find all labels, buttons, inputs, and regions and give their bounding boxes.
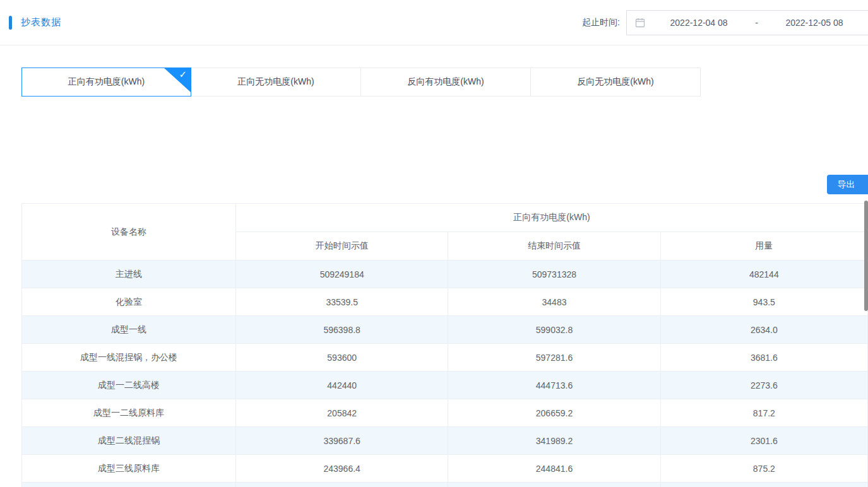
date-range-input[interactable]: 2022-12-04 08 - 2022-12-05 08 (626, 10, 868, 35)
cell-device: 成型一线混捏锅，办公楼 (22, 344, 236, 372)
table-row: 成型一线596398.8599032.82634.0 (22, 316, 868, 344)
cell-end: 244841.6 (448, 455, 660, 483)
meter-data-table: 设备名称 正向有功电度(kWh) 开始时间示值 结束时间示值 用量 主进线509… (21, 203, 868, 487)
start-reading-header: 开始时间示值 (236, 232, 448, 261)
tab-forward-reactive-energy[interactable]: 正向无功电度(kWh) ✓ (191, 67, 361, 97)
table-row: 成型一线混捏锅，办公楼593600597281.63681.6 (22, 344, 868, 372)
tab-label: 正向无功电度(kWh) (237, 76, 314, 88)
date-end-value[interactable]: 2022-12-05 08 (761, 18, 868, 28)
check-icon: ✓ (179, 69, 187, 80)
cell-end: 599032.8 (448, 316, 660, 344)
table-row-partial (22, 483, 868, 487)
cell-start: 243966.4 (236, 455, 448, 483)
cell-end: 509731328 (448, 261, 660, 288)
tab-reverse-active-energy[interactable]: 反向有功电度(kWh) ✓ (361, 67, 531, 97)
tab-reverse-reactive-energy[interactable]: 反向无功电度(kWh) ✓ (531, 67, 701, 97)
cell-empty (660, 483, 867, 487)
vertical-scrollbar-thumb[interactable] (864, 201, 868, 311)
tab-label: 正向有功电度(kWh) (68, 76, 145, 88)
export-button[interactable]: 导出 (827, 175, 868, 194)
calendar-icon (635, 18, 645, 28)
tab-label: 反向无功电度(kWh) (577, 76, 653, 88)
device-name-header: 设备名称 (22, 204, 236, 261)
cell-start: 596398.8 (236, 316, 448, 344)
table-row: 主进线509249184509731328482144 (22, 261, 868, 288)
date-range-filter: 起止时间: 2022-12-04 08 - 2022-12-05 08 (582, 10, 868, 35)
cell-device: 成型一线 (22, 316, 236, 344)
group-header: 正向有功电度(kWh) (236, 204, 868, 232)
table-row: 成型一二线原料库205842206659.2817.2 (22, 399, 868, 427)
cell-device: 化验室 (22, 288, 236, 316)
cell-start: 593600 (236, 344, 448, 372)
date-range-label: 起止时间: (582, 17, 620, 28)
cell-start: 442440 (236, 372, 448, 399)
cell-end: 341989.2 (448, 427, 660, 455)
cell-usage: 2634.0 (660, 316, 867, 344)
title-wrap: 抄表数据 (9, 16, 61, 30)
cell-device: 主进线 (22, 261, 236, 288)
cell-start: 339687.6 (236, 427, 448, 455)
selected-corner (163, 67, 191, 93)
page-header: 抄表数据 起止时间: 2022-12-04 08 - 2022-12-05 08 (0, 0, 868, 45)
table-row: 成型二线混捏锅339687.6341989.22301.6 (22, 427, 868, 455)
cell-usage: 817.2 (660, 399, 867, 427)
date-start-value[interactable]: 2022-12-04 08 (645, 18, 752, 28)
table-row: 成型一二线高楼442440444713.62273.6 (22, 372, 868, 399)
measurement-tabs: 正向有功电度(kWh) ✓ 正向无功电度(kWh) ✓ 反向有功电度(kWh) … (21, 67, 868, 97)
table-row: 成型三线原料库243966.4244841.6875.2 (22, 455, 868, 483)
cell-device: 成型二线混捏锅 (22, 427, 236, 455)
cell-empty (22, 483, 236, 487)
usage-header: 用量 (660, 232, 867, 261)
end-reading-header: 结束时间示值 (448, 232, 660, 261)
title-accent-bar (9, 16, 12, 30)
cell-empty (236, 483, 448, 487)
group-header-row: 设备名称 正向有功电度(kWh) (22, 204, 868, 232)
meter-data-table-wrap: 设备名称 正向有功电度(kWh) 开始时间示值 结束时间示值 用量 主进线509… (21, 203, 868, 487)
cell-start: 205842 (236, 399, 448, 427)
cell-usage: 875.2 (660, 455, 867, 483)
cell-device: 成型三线原料库 (22, 455, 236, 483)
cell-device: 成型一二线高楼 (22, 372, 236, 399)
cell-end: 597281.6 (448, 344, 660, 372)
cell-device: 成型一二线原料库 (22, 399, 236, 427)
cell-usage: 482144 (660, 261, 867, 288)
cell-end: 206659.2 (448, 399, 660, 427)
cell-usage: 2273.6 (660, 372, 867, 399)
cell-empty (448, 483, 660, 487)
table-row: 化验室33539.534483943.5 (22, 288, 868, 316)
cell-usage: 3681.6 (660, 344, 867, 372)
cell-start: 33539.5 (236, 288, 448, 316)
tab-forward-active-energy[interactable]: 正向有功电度(kWh) ✓ (21, 67, 191, 97)
export-row: 导出 (0, 175, 868, 194)
table-body: 主进线509249184509731328482144化验室33539.5344… (22, 261, 868, 487)
cell-end: 34483 (448, 288, 660, 316)
date-separator: - (752, 18, 761, 28)
cell-end: 444713.6 (448, 372, 660, 399)
tab-label: 反向有功电度(kWh) (407, 76, 484, 88)
cell-usage: 2301.6 (660, 427, 867, 455)
cell-usage: 943.5 (660, 288, 867, 316)
page-title: 抄表数据 (21, 16, 61, 28)
cell-start: 509249184 (236, 261, 448, 288)
